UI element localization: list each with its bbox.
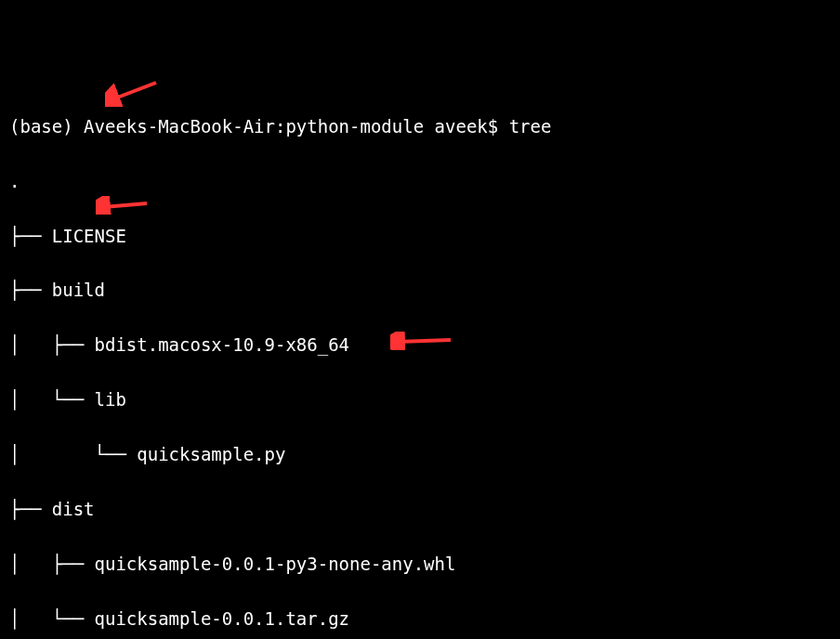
tree-root: . (9, 168, 831, 195)
tree-line-targz: │ └── quicksample-0.0.1.tar.gz (9, 606, 831, 632)
tree-line-lib-quicksample: │ └── quicksample.py (9, 441, 831, 468)
arrow-annotation-dist (96, 196, 151, 215)
prompt-line-1: (base) Aveeks-MacBook-Air:python-module … (9, 113, 831, 140)
tree-line-license: ├── LICENSE (9, 223, 831, 250)
tree-line-whl: │ ├── quicksample-0.0.1-py3-none-any.whl (9, 551, 831, 578)
svg-line-3 (103, 203, 147, 207)
arrow-annotation-build (105, 79, 161, 107)
tree-line-dist: ├── dist (9, 496, 831, 523)
tree-line-build: ├── build (9, 277, 831, 304)
svg-line-1 (112, 83, 156, 99)
tree-line-lib: │ └── lib (9, 386, 831, 413)
tree-line-bdist: │ ├── bdist.macosx-10.9-x86_64 (9, 332, 831, 359)
